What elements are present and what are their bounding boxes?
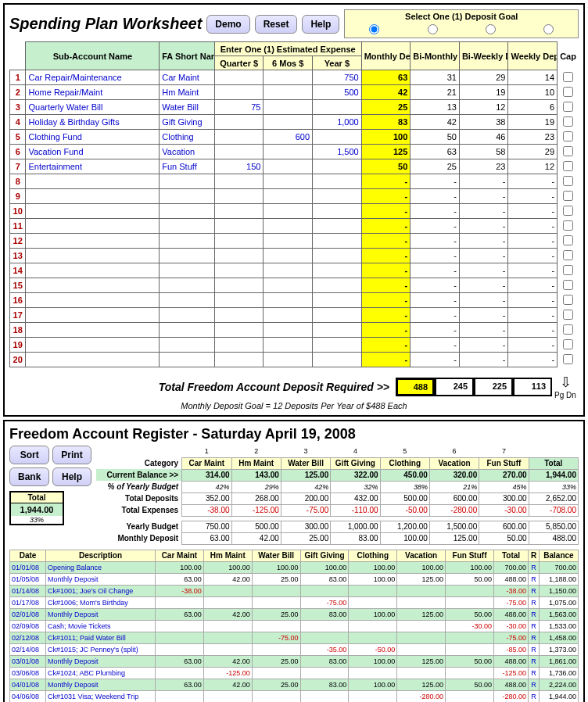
sort-button[interactable]: Sort — [9, 446, 49, 464]
cap-checkbox-cell[interactable] — [558, 263, 579, 278]
ledger-date[interactable]: 03/01/08 — [10, 655, 46, 667]
ledger-date[interactable]: 04/06/08 — [10, 690, 46, 702]
year-cell[interactable] — [313, 100, 362, 115]
sixmos-cell[interactable] — [264, 263, 313, 278]
sixmos-cell[interactable] — [264, 293, 313, 308]
ledger-amount[interactable] — [349, 667, 397, 679]
ledger-r[interactable]: R — [529, 690, 540, 702]
ledger-amount[interactable] — [300, 632, 349, 643]
sub-account-cell[interactable]: Car Repair/Maintenance — [26, 70, 160, 85]
sub-account-cell[interactable]: Clothing Fund — [26, 130, 160, 145]
cap-checkbox-cell[interactable] — [558, 174, 579, 189]
year-cell[interactable] — [313, 293, 362, 308]
cap-checkbox-cell[interactable] — [558, 189, 579, 204]
ledger-amount[interactable] — [300, 620, 349, 632]
fa-short-cell[interactable]: Gift Giving — [160, 115, 215, 130]
cap-checkbox[interactable] — [563, 72, 573, 82]
ledger-date[interactable]: 04/01/08 — [10, 679, 46, 690]
cap-checkbox-cell[interactable] — [558, 278, 579, 293]
cap-checkbox-cell[interactable] — [558, 323, 579, 338]
cap-checkbox-cell[interactable] — [558, 130, 579, 145]
ledger-amount[interactable] — [156, 690, 204, 702]
ledger-r[interactable]: R — [529, 620, 540, 632]
year-cell[interactable] — [313, 308, 362, 323]
cap-checkbox[interactable] — [563, 131, 573, 141]
ledger-amount[interactable]: 100.00 — [252, 561, 300, 573]
quarter-cell[interactable] — [214, 249, 264, 263]
cap-checkbox[interactable] — [563, 354, 573, 364]
year-cell[interactable] — [313, 219, 362, 234]
sub-account-cell[interactable] — [26, 278, 160, 293]
quarter-cell[interactable] — [214, 189, 264, 204]
cap-checkbox-cell[interactable] — [558, 308, 579, 323]
sub-account-cell[interactable] — [26, 263, 160, 278]
quarter-cell[interactable] — [214, 85, 264, 100]
sixmos-cell[interactable] — [264, 174, 313, 189]
year-cell[interactable]: 750 — [313, 70, 362, 85]
ledger-r[interactable]: R — [529, 573, 540, 585]
ledger-desc[interactable]: Monthly Deposit — [46, 655, 156, 667]
ledger-desc[interactable]: Monthly Deposit — [46, 679, 156, 690]
ledger-desc[interactable]: Ck#1024; ABC Plumbing — [46, 667, 156, 679]
quarter-cell[interactable] — [214, 204, 264, 219]
ledger-desc[interactable]: Monthly Deposit — [46, 608, 156, 620]
quarter-cell[interactable] — [214, 130, 264, 145]
sub-account-cell[interactable] — [26, 204, 160, 219]
ledger-amount[interactable] — [252, 643, 300, 655]
ledger-amount[interactable]: -280.00 — [397, 690, 446, 702]
sixmos-cell[interactable] — [264, 338, 313, 353]
ledger-amount[interactable]: -38.00 — [156, 585, 204, 596]
year-cell[interactable] — [313, 338, 362, 353]
year-cell[interactable]: 1,000 — [313, 115, 362, 130]
ledger-amount[interactable] — [397, 596, 446, 608]
ledger-amount[interactable]: 100.00 — [156, 561, 204, 573]
ledger-amount[interactable]: 100.00 — [300, 561, 349, 573]
fa-short-cell[interactable] — [160, 249, 215, 263]
quarter-cell[interactable] — [214, 263, 264, 278]
fa-short-cell[interactable] — [160, 293, 215, 308]
ledger-r[interactable]: R — [529, 679, 540, 690]
cap-checkbox[interactable] — [563, 235, 573, 245]
ledger-amount[interactable]: 100.00 — [349, 608, 397, 620]
sixmos-cell[interactable] — [264, 145, 313, 159]
year-cell[interactable]: 500 — [313, 85, 362, 100]
cap-checkbox-cell[interactable] — [558, 249, 579, 263]
cap-checkbox[interactable] — [563, 250, 573, 260]
ledger-amount[interactable] — [397, 585, 446, 596]
ledger-amount[interactable] — [349, 585, 397, 596]
ledger-amount[interactable]: 83.00 — [300, 655, 349, 667]
cap-checkbox[interactable] — [563, 295, 573, 305]
ledger-amount[interactable] — [252, 585, 300, 596]
ledger-amount[interactable]: 63.00 — [156, 679, 204, 690]
ledger-desc[interactable]: Opening Balance — [46, 561, 156, 573]
ledger-amount[interactable] — [446, 643, 494, 655]
ledger-amount[interactable] — [446, 667, 494, 679]
cap-checkbox[interactable] — [563, 116, 573, 127]
sixmos-cell[interactable] — [264, 100, 313, 115]
cap-checkbox[interactable] — [563, 102, 573, 112]
sub-account-cell[interactable]: Quarterly Water Bill — [26, 100, 160, 115]
year-cell[interactable] — [313, 159, 362, 174]
cap-checkbox-cell[interactable] — [558, 159, 579, 174]
cap-checkbox[interactable] — [563, 146, 573, 156]
cap-checkbox-cell[interactable] — [558, 204, 579, 219]
sixmos-cell[interactable] — [264, 278, 313, 293]
ledger-amount[interactable]: -125.00 — [203, 667, 252, 679]
ledger-amount[interactable] — [252, 667, 300, 679]
ledger-amount[interactable]: 25.00 — [252, 655, 300, 667]
sixmos-cell[interactable] — [264, 85, 313, 100]
ledger-amount[interactable]: 63.00 — [156, 573, 204, 585]
ledger-amount[interactable] — [446, 585, 494, 596]
cap-checkbox[interactable] — [563, 339, 573, 349]
quarter-cell[interactable] — [214, 338, 264, 353]
print-button[interactable]: Print — [52, 446, 91, 464]
ledger-amount[interactable] — [252, 690, 300, 702]
ledger-r[interactable]: R — [529, 643, 540, 655]
ledger-amount[interactable]: 42.00 — [203, 573, 252, 585]
ledger-amount[interactable] — [156, 632, 204, 643]
ledger-amount[interactable]: -75.00 — [252, 632, 300, 643]
ledger-amount[interactable]: 83.00 — [300, 573, 349, 585]
sixmos-cell[interactable] — [264, 249, 313, 263]
ledger-r[interactable]: R — [529, 596, 540, 608]
radio-bimonthly[interactable] — [428, 24, 438, 34]
